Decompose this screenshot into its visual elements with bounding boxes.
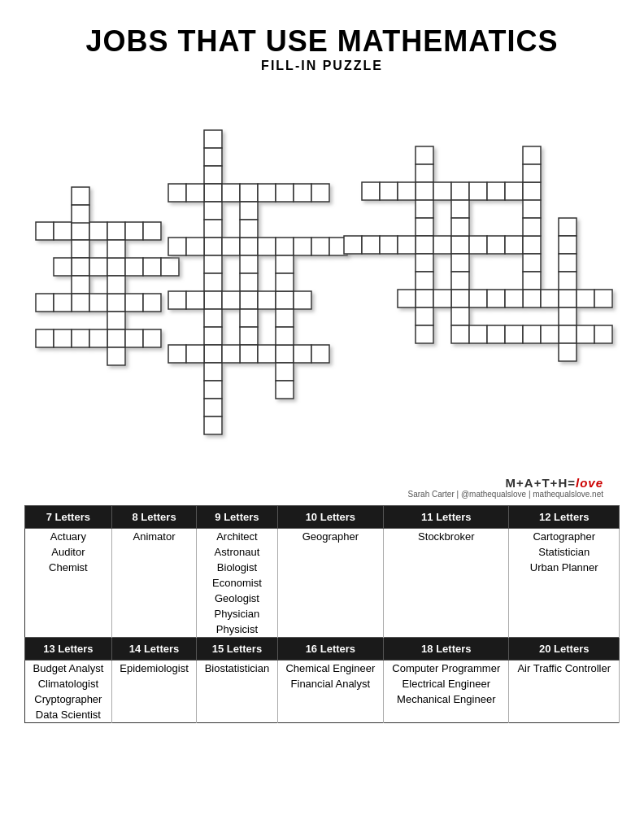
header-10: 10 Letters	[277, 506, 384, 529]
header-14: 14 Letters	[111, 638, 197, 661]
svg-rect-18	[161, 258, 179, 276]
svg-rect-13	[54, 258, 72, 276]
svg-rect-151	[559, 236, 577, 254]
svg-rect-137	[523, 218, 541, 236]
svg-rect-139	[523, 272, 541, 290]
svg-rect-1	[54, 222, 72, 240]
svg-rect-36	[204, 130, 222, 148]
word-empty-10-5	[277, 591, 384, 606]
word-empty-18-4	[384, 707, 509, 723]
svg-rect-43	[204, 255, 222, 273]
word-empty-10-2	[277, 544, 384, 560]
word-cartographer: Cartographer	[509, 529, 620, 545]
word-electrical-engineer: Electrical Engineer	[384, 676, 509, 691]
svg-rect-24	[143, 294, 161, 312]
word-empty-15-3	[197, 691, 277, 707]
svg-rect-160	[523, 325, 541, 343]
svg-rect-70	[240, 202, 258, 220]
page-subtitle: FILL-IN PUZZLE	[261, 59, 383, 73]
word-list-table-top: 7 Letters 8 Letters 9 Letters 10 Letters…	[24, 505, 620, 723]
word-statistician: Statistician	[509, 544, 620, 560]
svg-rect-152	[559, 254, 577, 272]
svg-rect-6	[143, 222, 161, 240]
svg-rect-104	[416, 272, 433, 290]
header-9: 9 Letters	[197, 506, 277, 529]
svg-rect-111	[433, 182, 451, 200]
word-empty-20-4	[509, 707, 620, 723]
branding-area: M+A+T+H=love Sarah Carter | @mathequalsl…	[24, 476, 620, 499]
word-physician: Physician	[197, 606, 277, 621]
word-chemist: Chemist	[25, 560, 112, 575]
header-18: 18 Letters	[384, 638, 509, 661]
svg-rect-32	[72, 329, 89, 347]
word-empty-8-7	[111, 621, 197, 638]
header-20: 20 Letters	[509, 638, 620, 661]
word-empty-7-7	[25, 621, 112, 638]
word-empty-12-4	[509, 575, 620, 591]
word-biostatistician: Biostatistician	[197, 661, 277, 677]
svg-rect-41	[204, 220, 222, 238]
svg-rect-25	[107, 240, 125, 258]
word-empty-11-2	[384, 544, 509, 560]
svg-rect-8	[72, 205, 89, 223]
word-empty-20-3	[509, 691, 620, 707]
svg-rect-53	[168, 184, 186, 202]
svg-rect-71	[240, 220, 258, 238]
svg-rect-158	[487, 325, 505, 343]
svg-rect-37	[204, 148, 222, 166]
svg-rect-0	[36, 222, 54, 240]
svg-rect-60	[311, 184, 329, 202]
svg-rect-154	[559, 307, 577, 325]
word-urban-planner: Urban Planner	[509, 560, 620, 575]
word-stockbroker: Stockbroker	[384, 529, 509, 545]
svg-rect-144	[487, 290, 505, 307]
svg-rect-149	[594, 290, 612, 307]
word-budget-analyst: Budget Analyst	[25, 661, 112, 677]
svg-rect-161	[541, 325, 559, 343]
svg-rect-72	[240, 255, 258, 273]
svg-rect-22	[107, 294, 125, 312]
svg-rect-73	[240, 273, 258, 291]
svg-rect-15	[107, 258, 125, 276]
svg-rect-3	[89, 222, 107, 240]
svg-rect-78	[168, 291, 186, 309]
word-empty-10-6	[277, 606, 384, 621]
svg-rect-11	[72, 276, 89, 294]
svg-rect-34	[125, 329, 143, 347]
svg-rect-27	[107, 312, 125, 329]
word-empty-15-2	[197, 676, 277, 691]
svg-rect-54	[186, 184, 204, 202]
table-row: Economist	[25, 575, 620, 591]
svg-rect-146	[541, 290, 559, 307]
svg-rect-96	[276, 381, 294, 399]
svg-rect-20	[54, 294, 72, 312]
svg-rect-105	[416, 290, 433, 307]
table-header-row-top: 7 Letters 8 Letters 9 Letters 10 Letters…	[25, 506, 620, 529]
svg-rect-113	[469, 182, 487, 200]
word-architect: Architect	[197, 529, 277, 545]
word-climatologist: Climatologist	[25, 676, 112, 691]
svg-rect-116	[523, 182, 541, 200]
svg-rect-84	[168, 345, 186, 363]
table-row: Chemist Biologist Urban Planner	[25, 560, 620, 575]
svg-rect-92	[276, 273, 294, 291]
svg-rect-156	[559, 343, 577, 361]
svg-rect-162	[577, 325, 594, 343]
table-row: Auditor Astronaut Statistician	[25, 544, 620, 560]
table-row: Physician	[25, 606, 620, 621]
word-empty-8-3	[111, 560, 197, 575]
svg-rect-47	[204, 327, 222, 345]
svg-rect-9	[72, 240, 89, 258]
svg-rect-42	[204, 238, 222, 255]
svg-rect-131	[451, 290, 469, 307]
svg-rect-157	[469, 325, 487, 343]
svg-rect-124	[487, 236, 505, 254]
svg-rect-106	[416, 307, 433, 325]
svg-rect-121	[433, 236, 451, 254]
table-row: Cryptographer Mechanical Engineer	[25, 691, 620, 707]
svg-rect-75	[240, 309, 258, 327]
word-empty-14-2	[111, 676, 197, 691]
word-empty-8-2	[111, 544, 197, 560]
svg-rect-134	[523, 146, 541, 164]
word-empty-14-3	[111, 691, 197, 707]
